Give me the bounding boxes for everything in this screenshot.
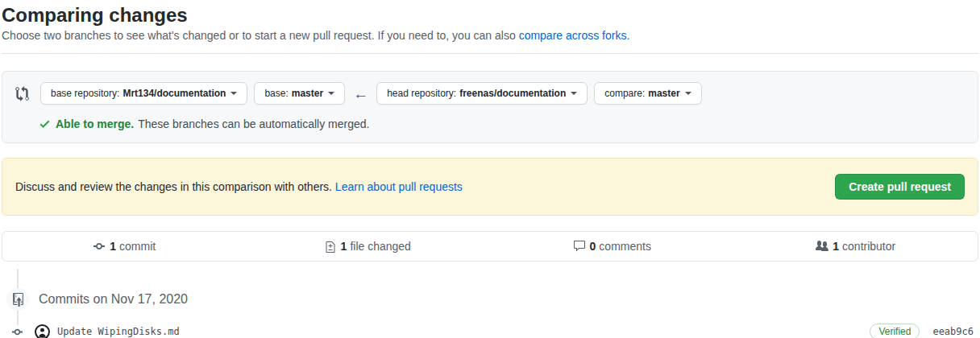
- verified-badge[interactable]: Verified: [870, 324, 920, 338]
- check-icon: [39, 117, 50, 130]
- file-diff-icon: [326, 240, 337, 253]
- arrow-left-icon: ←: [353, 86, 368, 101]
- git-compare-icon: [15, 86, 29, 101]
- compare-page: Comparing changes Choose two branches to…: [0, 5, 980, 338]
- stat-comments[interactable]: 0 comments: [490, 240, 734, 253]
- compare-branch-label: compare:: [604, 86, 645, 101]
- stat-contributors-count: 1: [833, 240, 839, 253]
- git-commit-icon: [93, 240, 106, 253]
- merge-status-description: These branches can be automatically merg…: [138, 117, 369, 130]
- base-repository-value: Mrt134/documentation: [122, 86, 226, 101]
- page-title: Comparing changes: [2, 5, 978, 26]
- commit-row: Update WipingDisks.md Verified eeab9c6: [2, 324, 974, 338]
- base-repository-label: base repository:: [51, 86, 119, 101]
- merge-status-title: Able to merge.: [56, 117, 134, 130]
- create-pull-request-button[interactable]: Create pull request: [835, 174, 965, 200]
- commits-date-label: Commits on Nov 17, 2020: [39, 292, 188, 307]
- banner-message: Discuss and review the changes in this c…: [15, 180, 332, 193]
- base-repository-select[interactable]: base repository: Mrt134/documentation: [40, 82, 247, 105]
- stat-comments-label: comments: [599, 240, 651, 253]
- head-repository-select[interactable]: head repository: freenas/documentation: [376, 82, 588, 105]
- stat-contributors-label: contributor: [842, 240, 895, 253]
- commit-meta: Verified eeab9c6: [870, 324, 974, 338]
- header-divider: [2, 53, 978, 54]
- base-branch-label: base:: [264, 86, 288, 101]
- author-avatar[interactable]: [35, 324, 50, 338]
- comment-icon: [573, 240, 586, 253]
- stat-comments-count: 0: [590, 240, 596, 253]
- stat-commits[interactable]: 1 commit: [2, 240, 247, 253]
- page-subtitle: Choose two branches to see what's change…: [2, 28, 978, 43]
- stat-files-changed[interactable]: 1 file changed: [247, 240, 491, 253]
- base-branch-value: master: [292, 86, 323, 101]
- base-branch-select[interactable]: base: master: [254, 82, 345, 105]
- compare-branch-select[interactable]: compare: master: [594, 82, 701, 105]
- stat-files-count: 1: [341, 240, 347, 253]
- git-commit-icon: [10, 325, 24, 338]
- repo-push-icon: [6, 288, 29, 311]
- merge-status: Able to merge. These branches can be aut…: [39, 117, 965, 130]
- discussion-banner: Discuss and review the changes in this c…: [2, 158, 978, 216]
- compare-across-forks-link[interactable]: compare across forks.: [519, 29, 630, 42]
- commits-date-header: Commits on Nov 17, 2020: [6, 288, 188, 311]
- stat-files-label: file changed: [350, 240, 411, 253]
- head-repository-value: freenas/documentation: [459, 86, 566, 101]
- compare-branch-value: master: [648, 86, 679, 101]
- people-icon: [816, 240, 828, 253]
- caret-down-icon: [328, 92, 334, 95]
- subtitle-text: Choose two branches to see what's change…: [2, 29, 516, 42]
- stat-contributors[interactable]: 1 contributor: [734, 240, 978, 253]
- branch-range-toolbar: base repository: Mrt134/documentation ba…: [15, 82, 965, 105]
- commit-sha-link[interactable]: eeab9c6: [932, 326, 974, 337]
- commits-timeline: Commits on Nov 17, 2020 Update WipingDis…: [2, 262, 978, 338]
- learn-about-pull-requests-link[interactable]: Learn about pull requests: [335, 180, 463, 193]
- caret-down-icon: [685, 92, 691, 95]
- branch-range-panel: base repository: Mrt134/documentation ba…: [2, 71, 978, 143]
- caret-down-icon: [571, 92, 577, 95]
- diff-stats-bar: 1 commit 1 file changed 0 comments 1 con…: [2, 231, 978, 262]
- caret-down-icon: [230, 92, 237, 95]
- banner-text: Discuss and review the changes in this c…: [15, 180, 463, 193]
- commit-message-link[interactable]: Update WipingDisks.md: [57, 326, 180, 337]
- stat-commits-label: commit: [119, 240, 156, 253]
- stat-commits-count: 1: [110, 240, 116, 253]
- head-repository-label: head repository:: [387, 86, 456, 101]
